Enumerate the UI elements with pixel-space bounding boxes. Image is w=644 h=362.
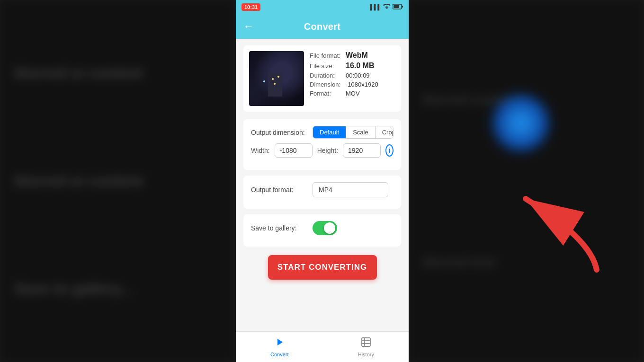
nav-convert-label: Convert bbox=[270, 352, 289, 357]
bg-text-5: blurred text bbox=[422, 255, 630, 270]
width-label: Width: bbox=[251, 147, 270, 154]
svg-rect-3 bbox=[362, 338, 370, 346]
dimension-inputs-row: Width: Height: i bbox=[251, 143, 394, 158]
thumb-light-2 bbox=[277, 76, 279, 78]
output-format-label: Output format: bbox=[251, 186, 313, 194]
output-dimension-label: Output dimension: bbox=[251, 129, 313, 136]
duration-value: 00:00:09 bbox=[346, 72, 370, 79]
nav-history[interactable]: History bbox=[349, 335, 384, 359]
file-info-card: File format: WebM File size: 16.0 MB Dur… bbox=[243, 45, 401, 112]
file-metadata: File format: WebM File size: 16.0 MB Dur… bbox=[310, 51, 395, 106]
save-gallery-section: Save to gallery: bbox=[243, 214, 401, 247]
seg-scale-btn[interactable]: Scale bbox=[346, 126, 376, 138]
info-button[interactable]: i bbox=[385, 144, 394, 157]
file-format-label: File format: bbox=[310, 52, 344, 59]
signal-icon: ▌▌▌ bbox=[370, 4, 381, 10]
status-icons: ▌▌▌ bbox=[370, 4, 403, 10]
dimension-label: Dimension: bbox=[310, 81, 344, 88]
start-converting-button[interactable]: START CONVERTING bbox=[268, 255, 377, 280]
svg-rect-1 bbox=[394, 5, 399, 8]
save-gallery-toggle[interactable] bbox=[313, 221, 337, 235]
battery-icon bbox=[393, 4, 403, 10]
bg-circle bbox=[492, 95, 549, 151]
file-size-value: 16.0 MB bbox=[346, 62, 374, 70]
output-dimension-section: Output dimension: Default Scale Crop Wid… bbox=[243, 119, 401, 170]
bg-text-1: blurred ui content bbox=[14, 64, 220, 82]
file-size-row: File size: 16.0 MB bbox=[310, 62, 395, 70]
status-bar: 10:31 ▌▌▌ bbox=[236, 0, 409, 14]
video-thumbnail bbox=[249, 51, 304, 106]
seg-default-btn[interactable]: Default bbox=[313, 126, 346, 138]
convert-icon bbox=[274, 336, 285, 351]
format2-row: Format: MOV bbox=[310, 90, 395, 97]
phone-screen: 10:31 ▌▌▌ ← Convert bbox=[236, 0, 409, 362]
format2-label: Format: bbox=[310, 90, 344, 97]
status-time: 10:31 bbox=[242, 3, 260, 11]
bottom-nav: Convert History bbox=[236, 331, 409, 362]
wifi-icon bbox=[383, 4, 391, 10]
bg-text-3: Save to gallery... bbox=[14, 280, 220, 298]
nav-history-label: History bbox=[358, 352, 374, 357]
dimension-row: Dimension: -1080x1920 bbox=[310, 81, 395, 88]
toggle-track bbox=[313, 221, 337, 235]
save-gallery-row: Save to gallery: bbox=[251, 221, 394, 235]
width-input[interactable] bbox=[275, 143, 313, 158]
file-format-row: File format: WebM bbox=[310, 51, 395, 60]
dimension-segmented-control[interactable]: Default Scale Crop bbox=[313, 126, 394, 139]
nav-convert[interactable]: Convert bbox=[261, 335, 298, 359]
thumb-light-1 bbox=[272, 78, 274, 80]
format-box[interactable]: MP4 bbox=[313, 182, 388, 197]
thumb-building bbox=[268, 73, 282, 97]
height-input[interactable] bbox=[343, 143, 381, 158]
height-label: Height: bbox=[317, 147, 338, 154]
history-icon bbox=[360, 336, 372, 351]
screen-title: Convert bbox=[304, 21, 341, 32]
top-bar: ← Convert bbox=[236, 14, 409, 39]
file-size-label: File size: bbox=[310, 62, 344, 70]
thumb-light-3 bbox=[274, 83, 276, 85]
format2-value: MOV bbox=[346, 90, 360, 97]
duration-label: Duration: bbox=[310, 72, 344, 79]
save-gallery-label: Save to gallery: bbox=[251, 224, 313, 232]
dimension-value: -1080x1920 bbox=[346, 81, 378, 88]
output-format-section: Output format: MP4 bbox=[243, 176, 401, 209]
bg-text-2: blurred ui content bbox=[14, 172, 220, 190]
file-format-value: WebM bbox=[346, 51, 368, 60]
format-value: MP4 bbox=[319, 186, 332, 194]
seg-crop-btn[interactable]: Crop bbox=[376, 126, 394, 138]
output-format-row: Output format: MP4 bbox=[251, 182, 394, 197]
content-area: File format: WebM File size: 16.0 MB Dur… bbox=[236, 39, 409, 331]
output-dimension-row: Output dimension: Default Scale Crop bbox=[251, 126, 394, 139]
bg-left: blurred ui content blurred ui content Sa… bbox=[0, 0, 234, 362]
duration-row: Duration: 00:00:09 bbox=[310, 72, 395, 79]
toggle-thumb bbox=[324, 222, 335, 234]
bg-right: blurred content blurred text bbox=[408, 0, 644, 362]
back-button[interactable]: ← bbox=[243, 20, 254, 33]
svg-rect-2 bbox=[402, 6, 403, 8]
thumb-light-4 bbox=[263, 80, 265, 82]
